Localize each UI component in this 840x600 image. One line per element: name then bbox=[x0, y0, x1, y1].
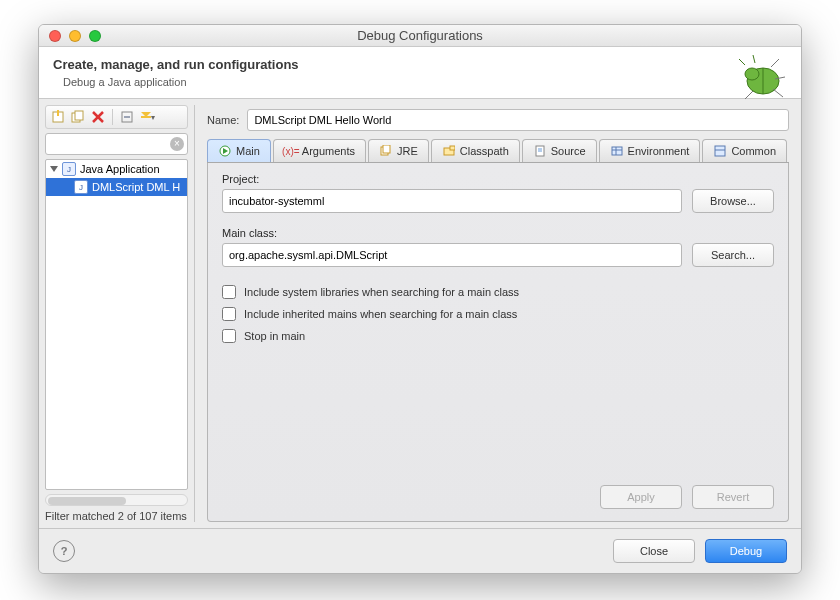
arguments-icon: (x)= bbox=[284, 144, 298, 158]
delete-config-button[interactable] bbox=[90, 109, 106, 125]
svg-rect-23 bbox=[450, 146, 455, 150]
duplicate-config-button[interactable] bbox=[70, 109, 86, 125]
side-toolbar: ▾ bbox=[45, 105, 188, 129]
include-inherited-mains-checkbox[interactable]: Include inherited mains when searching f… bbox=[222, 307, 774, 321]
dialog-header: Create, manage, and run configurations D… bbox=[39, 47, 801, 99]
project-input[interactable] bbox=[222, 189, 682, 213]
disclosure-triangle-icon bbox=[50, 166, 58, 172]
include-system-libs-checkbox[interactable]: Include system libraries when searching … bbox=[222, 285, 774, 299]
tab-environment[interactable]: Environment bbox=[599, 139, 701, 162]
header-heading: Create, manage, and run configurations bbox=[53, 57, 299, 72]
tree-node-dmlscript[interactable]: J DMLScript DML H bbox=[46, 178, 187, 196]
debug-button[interactable]: Debug bbox=[705, 539, 787, 563]
browse-button[interactable]: Browse... bbox=[692, 189, 774, 213]
svg-rect-27 bbox=[612, 147, 622, 155]
name-input[interactable] bbox=[247, 109, 789, 131]
horizontal-scrollbar[interactable] bbox=[45, 494, 188, 506]
header-subheading: Debug a Java application bbox=[53, 76, 299, 88]
java-launch-icon: J bbox=[74, 180, 88, 194]
collapse-all-button[interactable] bbox=[119, 109, 135, 125]
jre-icon bbox=[379, 144, 393, 158]
svg-rect-21 bbox=[383, 145, 390, 153]
config-tree[interactable]: J Java Application J DMLScript DML H bbox=[45, 159, 188, 490]
environment-icon bbox=[610, 144, 624, 158]
stop-in-main-checkbox[interactable]: Stop in main bbox=[222, 329, 774, 343]
tab-arguments[interactable]: (x)= Arguments bbox=[273, 139, 366, 162]
svg-rect-17 bbox=[141, 116, 151, 118]
new-config-button[interactable] bbox=[50, 109, 66, 125]
help-button[interactable]: ? bbox=[53, 540, 75, 562]
window-title: Debug Configurations bbox=[39, 28, 801, 43]
classpath-icon bbox=[442, 144, 456, 158]
tree-node-java-application[interactable]: J Java Application bbox=[46, 160, 187, 178]
debug-bug-icon bbox=[733, 53, 787, 103]
common-icon bbox=[713, 144, 727, 158]
svg-rect-10 bbox=[57, 110, 59, 116]
window-titlebar: Debug Configurations bbox=[39, 25, 801, 47]
tab-bar: Main (x)= Arguments JRE Classpath Source bbox=[207, 139, 789, 163]
filter-input[interactable] bbox=[45, 133, 188, 155]
svg-point-1 bbox=[745, 68, 759, 80]
filter-status: Filter matched 2 of 107 items bbox=[45, 510, 188, 522]
tab-classpath[interactable]: Classpath bbox=[431, 139, 520, 162]
tab-content-main: Project: Browse... Main class: Search...… bbox=[207, 163, 789, 522]
tree-node-label: DMLScript DML H bbox=[92, 181, 180, 193]
run-circle-icon bbox=[218, 144, 232, 158]
tab-common[interactable]: Common bbox=[702, 139, 787, 162]
svg-line-7 bbox=[773, 89, 783, 97]
search-button[interactable]: Search... bbox=[692, 243, 774, 267]
tab-jre[interactable]: JRE bbox=[368, 139, 429, 162]
mainclass-input[interactable] bbox=[222, 243, 682, 267]
tab-source[interactable]: Source bbox=[522, 139, 597, 162]
close-button[interactable]: Close bbox=[613, 539, 695, 563]
project-label: Project: bbox=[222, 173, 774, 185]
mainclass-label: Main class: bbox=[222, 227, 774, 239]
svg-rect-30 bbox=[715, 146, 725, 156]
clear-filter-button[interactable]: × bbox=[170, 137, 184, 151]
tree-node-label: Java Application bbox=[80, 163, 160, 175]
svg-line-8 bbox=[745, 91, 753, 99]
svg-line-5 bbox=[771, 59, 779, 67]
svg-rect-12 bbox=[75, 111, 83, 120]
tab-main[interactable]: Main bbox=[207, 139, 271, 162]
java-application-icon: J bbox=[62, 162, 76, 176]
source-icon bbox=[533, 144, 547, 158]
svg-line-4 bbox=[753, 55, 755, 63]
name-label: Name: bbox=[207, 114, 239, 126]
filter-button[interactable]: ▾ bbox=[139, 109, 155, 125]
revert-button: Revert bbox=[692, 485, 774, 509]
svg-line-3 bbox=[739, 59, 745, 65]
apply-button: Apply bbox=[600, 485, 682, 509]
